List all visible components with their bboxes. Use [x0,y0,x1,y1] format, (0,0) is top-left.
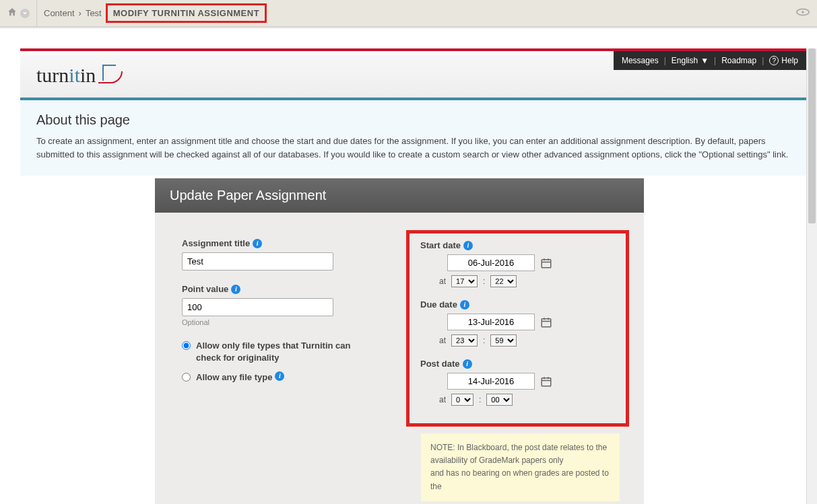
due-date-input[interactable] [447,314,535,330]
breadcrumb: Content › Test MODIFY TURNITIN ASSIGNMEN… [37,3,273,23]
post-min-select[interactable]: 00 [486,394,513,406]
due-date-section: Due date i at 23 [420,299,615,347]
content-area: Messages | English ▼ | Roadmap | ?Help t… [20,48,806,504]
breadcrumb-test[interactable]: Test [86,8,102,18]
utility-bar: Messages | English ▼ | Roadmap | ?Help [614,51,806,70]
language-dropdown[interactable]: English ▼ [672,56,709,65]
page-wrap: Messages | English ▼ | Roadmap | ?Help t… [0,28,817,504]
svg-rect-13 [542,377,551,386]
turnitin-logo: turnitin [36,63,123,87]
about-panel: About this page To create an assignment,… [20,100,806,176]
home-icon[interactable] [7,7,18,20]
post-hour-select[interactable]: 0 [451,394,473,406]
radio-any-label[interactable]: Allow any file type i [196,371,284,384]
radio-only-row: Allow only file types that Turnitin can … [182,340,386,363]
top-nav: Content › Test MODIFY TURNITIN ASSIGNMEN… [0,0,817,27]
calendar-icon[interactable] [540,257,552,269]
sync-icon[interactable] [795,6,810,20]
point-value-label: Point value i [182,284,386,294]
radio-only-label[interactable]: Allow only file types that Turnitin can … [196,340,358,363]
about-heading: About this page [36,112,790,128]
start-time-row: at 17 : 22 [420,275,615,287]
point-value-input[interactable] [182,298,333,316]
svg-rect-2 [542,259,551,267]
messages-link[interactable]: Messages [622,56,659,65]
info-icon[interactable]: i [253,239,262,248]
due-hour-select[interactable]: 23 [451,334,478,347]
post-time-row: at 0 : 00 [420,394,615,406]
post-date-label: Post date i [420,359,615,369]
info-icon[interactable]: i [275,371,284,381]
form-left-col: Assignment title i Point value i Optiona… [182,238,386,501]
start-date-input[interactable] [447,254,535,271]
logo-swoosh-icon [98,63,123,87]
help-link[interactable]: ?Help [769,56,798,66]
start-date-section: Start date i at 17 [420,240,615,287]
info-icon[interactable]: i [231,285,240,294]
due-time-row: at 23 : 59 [420,334,615,347]
roadmap-link[interactable]: Roadmap [721,56,756,65]
info-icon[interactable]: i [463,359,472,369]
point-value-helper: Optional [182,318,386,326]
breadcrumb-content[interactable]: Content [44,8,75,18]
about-body: To create an assignment, enter an assign… [36,135,790,161]
due-min-select[interactable]: 59 [490,334,517,347]
start-date-label: Start date i [420,240,615,250]
assignment-title-group: Assignment title i [182,238,386,271]
note-box: NOTE: In Blackboard, the post date relat… [421,433,620,501]
assignment-title-input[interactable] [182,252,333,271]
assignment-title-label: Assignment title i [182,238,386,248]
start-min-select[interactable]: 22 [490,275,517,287]
help-icon: ? [769,56,779,65]
form-body: Assignment title i Point value i Optiona… [155,213,644,504]
dates-highlight-box: Start date i at 17 [406,230,629,427]
radio-any[interactable] [182,373,191,382]
calendar-icon[interactable] [540,375,552,388]
due-date-label: Due date i [420,299,615,310]
radio-any-row: Allow any file type i [182,371,386,384]
post-date-section: Post date i at 0 [420,359,615,406]
info-icon[interactable]: i [463,241,473,250]
radio-only[interactable] [182,341,191,350]
breadcrumb-sep: › [79,8,81,18]
info-icon[interactable]: i [460,300,469,310]
nav-icons [0,0,37,26]
breadcrumb-current: MODIFY TURNITIN ASSIGNMENT [106,3,267,23]
language-label: English [672,56,698,65]
point-value-group: Point value i Optional [182,284,386,326]
scrollbar-thumb[interactable] [808,48,816,223]
svg-rect-9 [542,318,551,326]
start-hour-select[interactable]: 17 [451,275,478,287]
scrollbar[interactable] [806,48,817,504]
calendar-icon[interactable] [540,316,552,328]
chevron-down-icon: ▼ [700,56,709,65]
form-header: Update Paper Assignment [155,178,644,213]
svg-point-1 [802,11,804,13]
post-date-input[interactable] [447,373,535,390]
form-panel: Update Paper Assignment Assignment title… [155,178,644,504]
dropdown-icon[interactable] [20,9,30,18]
form-right-col: Start date i at 17 [413,238,617,501]
